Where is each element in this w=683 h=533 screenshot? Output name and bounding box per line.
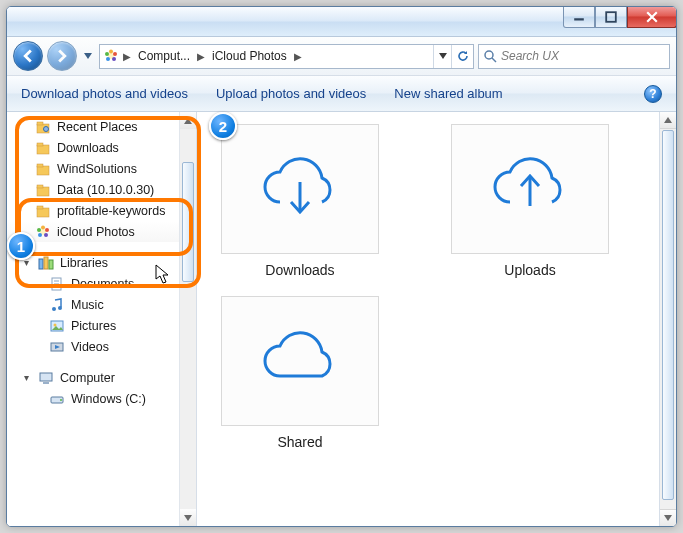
sidebar-item-pictures[interactable]: Pictures xyxy=(7,315,179,336)
svg-point-3 xyxy=(109,50,113,54)
scroll-thumb[interactable] xyxy=(182,162,194,282)
collapse-icon[interactable]: ▾ xyxy=(21,257,32,268)
scroll-up-icon[interactable] xyxy=(180,112,196,129)
icloud-photos-icon xyxy=(103,48,119,64)
sidebar-item-documents[interactable]: Documents xyxy=(7,273,179,294)
sidebar-item-profitable-keywords[interactable]: profitable-keywords xyxy=(7,200,179,221)
svg-rect-20 xyxy=(37,206,43,209)
sidebar-item-label: profitable-keywords xyxy=(57,204,165,218)
sidebar-item-music[interactable]: Music xyxy=(7,294,179,315)
svg-rect-16 xyxy=(37,164,43,167)
explorer-window: ▶ Comput... ▶ iCloud Photos ▶ Download p… xyxy=(6,6,677,527)
sidebar-item-windsolutions[interactable]: WindSolutions xyxy=(7,158,179,179)
svg-rect-18 xyxy=(37,185,43,188)
svg-point-25 xyxy=(38,233,42,237)
cmd-upload[interactable]: Upload photos and videos xyxy=(216,86,366,101)
sidebar-scrollbar[interactable] xyxy=(179,112,196,526)
chevron-right-icon: ▶ xyxy=(292,51,304,62)
cloud-icon xyxy=(255,326,345,396)
sidebar-item-data[interactable]: Data (10.10.0.30) xyxy=(7,179,179,200)
back-button[interactable] xyxy=(13,41,43,71)
svg-rect-19 xyxy=(37,208,49,217)
svg-rect-27 xyxy=(39,259,43,269)
scroll-down-icon[interactable] xyxy=(180,509,196,526)
sidebar-group-computer[interactable]: ▾ Computer xyxy=(7,367,179,388)
svg-rect-11 xyxy=(37,122,43,125)
svg-rect-39 xyxy=(43,382,49,384)
sidebar: Recent Places Downloads WindSolutions Da… xyxy=(7,112,197,526)
places-icon xyxy=(35,119,51,135)
chevron-right-icon: ▶ xyxy=(195,51,207,62)
breadcrumb-computer[interactable]: Comput... xyxy=(133,45,195,68)
chevron-right-icon: ▶ xyxy=(121,51,133,62)
search-box[interactable] xyxy=(478,44,670,69)
help-button[interactable]: ? xyxy=(644,85,662,103)
content-pane[interactable]: Downloads Uploads Shared xyxy=(197,112,659,526)
pictures-icon xyxy=(49,318,65,334)
window-scrollbar[interactable] xyxy=(659,112,676,526)
search-input[interactable] xyxy=(501,49,665,63)
svg-line-9 xyxy=(492,58,496,62)
minimize-button[interactable] xyxy=(563,6,595,28)
sidebar-item-label: Documents xyxy=(71,277,134,291)
sidebar-group-libraries[interactable]: ▾ Libraries xyxy=(7,252,179,273)
svg-point-7 xyxy=(105,52,109,56)
tile-uploads[interactable]: Uploads xyxy=(445,124,615,278)
cmd-download[interactable]: Download photos and videos xyxy=(21,86,188,101)
svg-point-24 xyxy=(44,233,48,237)
folder-icon xyxy=(35,161,51,177)
sidebar-item-icloud-photos[interactable]: iCloud Photos xyxy=(7,221,179,242)
forward-button[interactable] xyxy=(47,41,77,71)
breadcrumb-icloud-photos[interactable]: iCloud Photos xyxy=(207,45,292,68)
address-bar[interactable]: ▶ Comput... ▶ iCloud Photos ▶ xyxy=(99,44,474,69)
libraries-icon xyxy=(38,255,54,271)
sidebar-item-videos[interactable]: Videos xyxy=(7,336,179,357)
music-icon xyxy=(49,297,65,313)
svg-point-36 xyxy=(54,323,57,326)
close-button[interactable] xyxy=(627,6,677,28)
svg-point-33 xyxy=(52,307,56,311)
cloud-download-icon xyxy=(255,154,345,224)
svg-point-23 xyxy=(45,228,49,232)
tile-label: Downloads xyxy=(265,262,334,278)
scroll-down-icon[interactable] xyxy=(660,509,676,526)
svg-rect-13 xyxy=(37,145,49,154)
sidebar-item-label: Downloads xyxy=(57,141,119,155)
tile-shared[interactable]: Shared xyxy=(215,296,385,450)
collapse-icon[interactable]: ▾ xyxy=(21,372,32,383)
sidebar-item-windows-c[interactable]: Windows (C:) xyxy=(7,388,179,409)
sidebar-item-label: Computer xyxy=(60,371,115,385)
command-bar: Download photos and videos Upload photos… xyxy=(7,76,676,112)
sidebar-item-label: Videos xyxy=(71,340,109,354)
network-folder-icon xyxy=(35,182,51,198)
nav-row: ▶ Comput... ▶ iCloud Photos ▶ xyxy=(7,37,676,76)
svg-point-22 xyxy=(41,225,45,229)
tile-downloads[interactable]: Downloads xyxy=(215,124,385,278)
nav-history-dropdown[interactable] xyxy=(81,41,95,71)
sidebar-item-downloads[interactable]: Downloads xyxy=(7,137,179,158)
documents-icon xyxy=(49,276,65,292)
titlebar xyxy=(7,7,676,37)
sidebar-item-recent-places[interactable]: Recent Places xyxy=(7,116,179,137)
scroll-thumb[interactable] xyxy=(662,130,674,500)
maximize-button[interactable] xyxy=(595,6,627,28)
tile-label: Uploads xyxy=(504,262,555,278)
svg-point-5 xyxy=(112,57,116,61)
drive-icon xyxy=(49,391,65,407)
folder-icon xyxy=(35,203,51,219)
svg-rect-1 xyxy=(606,12,616,22)
scroll-up-icon[interactable] xyxy=(660,112,676,129)
refresh-button[interactable] xyxy=(451,45,473,68)
tile-label: Shared xyxy=(277,434,322,450)
svg-rect-14 xyxy=(37,143,43,146)
svg-point-26 xyxy=(37,228,41,232)
cmd-new-album[interactable]: New shared album xyxy=(394,86,502,101)
svg-point-34 xyxy=(58,306,62,310)
svg-rect-38 xyxy=(40,373,52,381)
svg-point-12 xyxy=(44,126,49,131)
svg-rect-29 xyxy=(49,260,53,269)
icloud-photos-icon xyxy=(35,224,51,240)
address-history-dropdown[interactable] xyxy=(433,45,451,68)
cloud-upload-icon xyxy=(485,154,575,224)
folder-icon xyxy=(35,140,51,156)
